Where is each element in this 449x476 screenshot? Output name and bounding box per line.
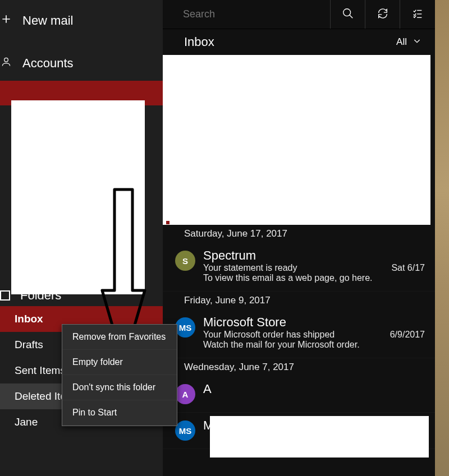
message-date: Sat 6/17 [391, 263, 425, 273]
folder-label: Sent Items [15, 364, 66, 376]
search-input[interactable] [183, 8, 330, 20]
message-sender: Spectrum [203, 248, 425, 263]
search-field[interactable] [163, 0, 331, 29]
avatar: A [175, 384, 195, 404]
avatar: MS [175, 317, 195, 338]
message-item[interactable]: S Spectrum Your statement is ready Sat 6… [163, 243, 435, 292]
avatar: MS [175, 420, 195, 441]
new-mail-label: New mail [22, 13, 73, 28]
ctx-remove-favorites[interactable]: Remove from Favorites [62, 325, 177, 350]
message-sender: A [203, 382, 425, 396]
redaction-block-bottom-right [210, 416, 429, 457]
folder-label: Drafts [15, 339, 43, 350]
sidebar: New mail Accounts Folders Inbox Drafts S… [0, 0, 163, 476]
inbox-title: Inbox [184, 35, 214, 49]
select-mode-button[interactable] [400, 0, 435, 29]
date-separator: Friday, June 9, 2017 [163, 292, 435, 309]
search-icon [342, 7, 354, 22]
refresh-button[interactable] [365, 0, 400, 29]
inbox-filter-button[interactable]: All [396, 36, 421, 48]
checklist-icon [411, 7, 424, 22]
content-column: Inbox All Saturday, June 17, 2017 S Spec… [163, 0, 435, 476]
message-date: 6/9/2017 [390, 330, 425, 340]
message-preview: Watch the mail for your Microsoft order. [203, 340, 425, 350]
accounts-label: Accounts [22, 56, 74, 71]
svg-point-1 [343, 8, 350, 16]
message-sender: Microsoft Store [203, 315, 425, 330]
message-item[interactable]: A A [163, 376, 435, 413]
ctx-label: Don't sync this folder [72, 382, 155, 392]
plus-icon [0, 13, 12, 28]
inbox-filter-label: All [396, 36, 407, 48]
background-image-strip [435, 0, 449, 476]
ctx-pin-to-start[interactable]: Pin to Start [62, 400, 177, 426]
avatar: S [175, 251, 195, 271]
message-subject: Your Microsoft order has shipped [203, 330, 335, 340]
redaction-block-message-list-top [163, 55, 430, 225]
folder-label: Jane [15, 416, 38, 428]
date-separator: Wednesday, June 7, 2017 [163, 358, 435, 376]
message-subject: Your statement is ready [203, 263, 297, 273]
ctx-empty-folder[interactable]: Empty folder [62, 350, 177, 375]
folder-label: Inbox [15, 313, 43, 325]
date-separator: Saturday, June 17, 2017 [163, 225, 435, 243]
folders-toggle-icon [0, 290, 10, 301]
inbox-header: Inbox All [163, 29, 435, 55]
refresh-icon [377, 7, 389, 22]
message-body: A [203, 382, 425, 404]
message-body: Microsoft Store Your Microsoft order has… [203, 315, 425, 350]
redaction-block-sidebar [11, 100, 145, 294]
message-item[interactable]: MS Microsoft Store Your Microsoft order … [163, 309, 435, 358]
toolbar [163, 0, 435, 29]
new-mail-button[interactable]: New mail [0, 8, 163, 34]
ctx-dont-sync[interactable]: Don't sync this folder [62, 375, 177, 400]
ctx-label: Remove from Favorites [72, 332, 166, 341]
ctx-label: Pin to Start [72, 408, 117, 417]
ctx-label: Empty folder [72, 357, 123, 367]
svg-point-0 [4, 58, 8, 62]
person-icon [0, 56, 12, 71]
message-preview: To view this email as a web page, go her… [203, 273, 425, 283]
message-body: Spectrum Your statement is ready Sat 6/1… [203, 248, 425, 283]
chevron-down-icon [413, 36, 421, 48]
search-button[interactable] [331, 0, 365, 29]
accounts-header[interactable]: Accounts [0, 50, 163, 76]
folder-context-menu: Remove from Favorites Empty folder Don't… [62, 324, 177, 426]
